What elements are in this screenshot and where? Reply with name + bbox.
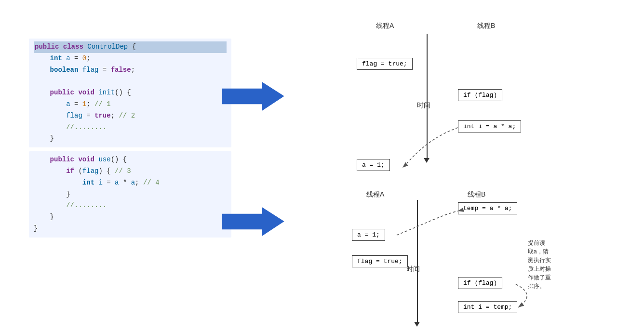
- svg-marker-1: [222, 207, 284, 236]
- code-line-5: public void init() {: [34, 87, 227, 99]
- top-dashed-arrow-svg: [328, 19, 521, 178]
- code-line-14: }: [34, 189, 227, 200]
- bottom-dashed-arrow-svg2: [328, 188, 545, 328]
- code-line-9: }: [34, 133, 227, 145]
- code-block-bottom: public void use() { if (flag) { // 3 int…: [29, 151, 231, 238]
- code-line-16: }: [34, 211, 227, 223]
- code-line-7: flag = true; // 2: [34, 110, 227, 122]
- code-line-11: public void use() {: [34, 154, 227, 166]
- code-line-8: //........: [34, 122, 227, 133]
- top-diagram: 线程A 线程B 时间 flag = true; if (flag) int i …: [328, 19, 617, 173]
- bottom-blue-arrow: [222, 207, 284, 236]
- code-line-17: }: [34, 223, 227, 235]
- code-panel: public class ControlDep { int a = 0; boo…: [29, 39, 231, 241]
- code-line-2: int a = 0;: [34, 53, 227, 65]
- svg-marker-0: [222, 82, 284, 111]
- code-line-13: int i = a * a; // 4: [34, 177, 227, 189]
- top-blue-arrow: [222, 82, 284, 111]
- code-line-6: a = 1; // 1: [34, 99, 227, 110]
- code-line-1: public class ControlDep {: [34, 41, 227, 53]
- bottom-note: 提前读取a，猜测执行实质上对操作做了重排序。: [528, 238, 551, 290]
- code-line-15: //........: [34, 200, 227, 211]
- bottom-diagram: 线程A 线程B 时间 temp = a * a; a = 1; flag = t…: [328, 188, 627, 325]
- code-line-3: boolean flag = false;: [34, 65, 227, 76]
- code-line-12: if (flag) { // 3: [34, 166, 227, 177]
- code-block-top: public class ControlDep { int a = 0; boo…: [29, 39, 231, 147]
- code-line-4: [34, 76, 227, 87]
